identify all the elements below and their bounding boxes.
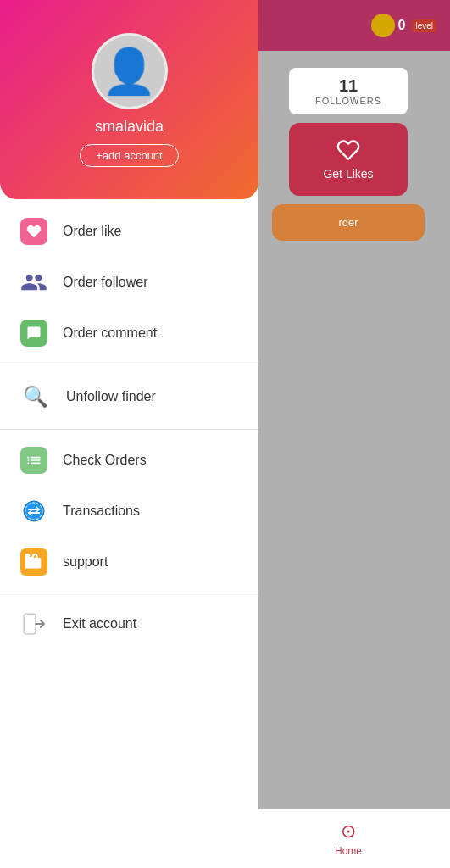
transactions-icon [20,498,47,525]
sidebar-item-order-follower[interactable]: Order follower [0,257,258,308]
orders-icon [20,447,47,474]
username: smalavida [95,118,164,136]
right-panel: 0 level 11 FOLLOWERS Get Likes rder ⊙ Ho… [247,0,450,868]
order-label-right: rder [338,216,358,229]
unfollow-finder-label: Unfollow finder [66,389,156,404]
get-likes-label: Get Likes [323,167,373,181]
coin-icon [371,14,395,37]
menu-list: Order like Order follower Order comment [0,199,258,868]
order-comment-label: Order comment [63,326,157,341]
transactions-label: Transactions [63,504,140,519]
exit-account-label: Exit account [63,616,136,632]
support-icon [20,548,47,576]
get-likes-button[interactable]: Get Likes [289,123,408,196]
divider-1 [0,364,258,364]
sidebar-item-transactions[interactable]: Transactions [0,486,258,537]
level-badge: level [412,19,436,32]
svg-point-0 [24,501,44,521]
support-label: support [63,554,108,570]
order-button-right[interactable]: rder [272,204,425,241]
coin-badge: 0 level [371,14,436,37]
sidebar-item-check-orders[interactable]: Check Orders [0,435,258,486]
followers-label: FOLLOWERS [306,96,391,106]
avatar: 👤 [92,33,168,109]
sidebar-item-order-comment[interactable]: Order comment [0,308,258,359]
home-label: Home [335,845,362,857]
home-icon: ⊙ [341,821,356,843]
avatar-icon: 👤 [102,49,157,93]
divider-2 [0,429,258,430]
coin-count: 0 [398,18,406,33]
sidebar-header: 👤 smalavida +add account [0,0,258,199]
sidebar-drawer: 👤 smalavida +add account Order like Orde… [0,0,258,868]
followers-box: 11 FOLLOWERS [289,68,408,114]
top-bar: 0 level [247,0,450,51]
sidebar-item-order-like[interactable]: Order like [0,206,258,257]
divider-3 [0,593,258,593]
svg-rect-3 [25,615,35,633]
exit-icon [20,610,47,637]
order-follower-label: Order follower [63,275,147,290]
follower-icon [20,269,47,296]
like-icon [20,218,47,245]
unfollow-icon: 🔍 [20,381,51,412]
bottom-tab-bar: ⊙ Home [247,809,450,868]
add-account-button[interactable]: +add account [80,144,178,167]
heart-icon [336,138,360,162]
followers-count: 11 [306,76,391,96]
sidebar-item-support[interactable]: support [0,537,258,587]
sidebar-item-unfollow-finder[interactable]: 🔍 Unfollow finder [0,370,258,424]
sidebar-item-exit-account[interactable]: Exit account [0,598,258,649]
order-like-label: Order like [63,224,121,239]
check-orders-label: Check Orders [63,453,147,468]
right-content: 11 FOLLOWERS Get Likes rder [247,51,450,258]
comment-icon [20,320,47,347]
